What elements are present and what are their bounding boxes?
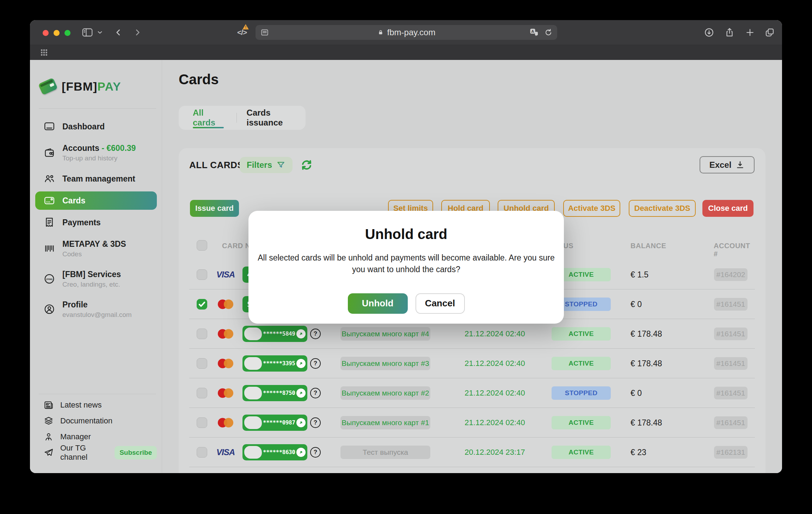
account-badge: #161451 (714, 387, 748, 399)
card-number: ******3395 (263, 360, 295, 367)
row-checkbox[interactable] (197, 269, 207, 280)
status-badge: ACTIVE (552, 357, 611, 370)
card-number-pill[interactable]: ******3395 (242, 355, 307, 372)
account-badge: #161451 (714, 328, 748, 340)
open-card-icon[interactable] (296, 329, 306, 338)
reload-icon[interactable] (544, 28, 553, 39)
card-number-pill[interactable]: ******8630 (242, 444, 307, 460)
open-card-icon[interactable] (296, 448, 306, 457)
help-icon[interactable]: ? (310, 329, 321, 339)
forward-icon[interactable] (133, 28, 142, 37)
deactivate-3ds-button[interactable]: Deactivate 3DS (629, 200, 696, 217)
header-balance: BALANCE (630, 242, 666, 250)
account-badge: #161451 (714, 357, 748, 370)
filters-button[interactable]: Filters (240, 157, 293, 173)
status-badge: STOPPED (552, 386, 611, 400)
masked-bin (244, 357, 262, 370)
page-preview-icon[interactable] (260, 28, 269, 39)
card-name: Выпускаем много карт #2 (340, 386, 430, 400)
created-date: 20.12.2024 23:17 (460, 448, 530, 457)
row-checkbox[interactable] (197, 358, 207, 369)
fbm-pay-logo[interactable]: [FBM]PAY (40, 76, 121, 97)
svg-text:A: A (531, 29, 534, 33)
sidebar-item-cards[interactable]: Cards (35, 191, 157, 210)
close-window-button[interactable] (43, 30, 49, 36)
table-row: ******8750?Выпускаем много карт #221.12.… (189, 378, 755, 408)
unhold-confirm-button[interactable]: Unhold (348, 293, 408, 314)
sidebar-item-manager[interactable]: Manager (35, 429, 157, 445)
table-row: ******0987?Выпускаем много карт #121.12.… (189, 408, 755, 437)
mastercard-logo (218, 388, 233, 398)
translate-icon[interactable]: A (529, 27, 539, 39)
chevron-down-icon[interactable] (98, 31, 102, 34)
excel-export-button[interactable]: Excel (700, 156, 755, 173)
sidebar-item-fbm-services[interactable]: [FBM][FBM] ServicesCreo, landings, etc. (35, 264, 157, 294)
row-checkbox[interactable] (197, 417, 207, 428)
sidebar-item-profile[interactable]: Profileevanstulov@gmail.com (35, 294, 157, 324)
sidebar-item-dashboard[interactable]: Dashboard (35, 116, 157, 137)
open-card-icon[interactable] (296, 359, 306, 368)
open-card-icon[interactable] (296, 418, 306, 427)
download-icon (736, 160, 745, 170)
sidebar: [FBM]PAY DashboardAccounts - €600.39Top-… (30, 60, 162, 473)
section-title: ALL CARDS (189, 160, 244, 171)
docs-icon (43, 416, 54, 426)
page-title: Cards (179, 72, 219, 87)
new-tab-icon[interactable] (745, 27, 755, 38)
help-icon[interactable]: ? (310, 447, 321, 458)
created-date: 21.12.2024 02:40 (460, 418, 530, 427)
mastercard-logo (218, 329, 233, 338)
card-number: ******0987 (263, 419, 295, 426)
tab-all-cards[interactable]: All cards (193, 108, 227, 128)
help-icon[interactable]: ? (310, 388, 321, 398)
row-checkbox[interactable] (197, 299, 207, 310)
subscribe-badge[interactable]: Subscribe (115, 446, 157, 459)
balance-value: € 1.5 (630, 270, 648, 279)
refresh-icon[interactable] (300, 158, 313, 172)
minimize-window-button[interactable] (54, 30, 60, 36)
card-number: ******8630 (263, 449, 295, 455)
browser-window: </> ! fbm-pay.com A (30, 20, 782, 473)
svg-text:[FBM]: [FBM] (46, 278, 53, 280)
row-checkbox[interactable] (197, 447, 207, 458)
cancel-button[interactable]: Cancel (416, 293, 465, 314)
header-account: ACCOUNT # (714, 242, 755, 258)
help-icon[interactable]: ? (310, 358, 321, 369)
sidebar-item-documentation[interactable]: Documentation (35, 413, 157, 429)
funnel-icon (276, 160, 285, 170)
url-bar[interactable]: fbm-pay.com A (256, 25, 557, 40)
sidebar-item-team-management[interactable]: Team management (35, 168, 157, 190)
masked-bin (244, 328, 262, 340)
card-number-pill[interactable]: ******8750 (242, 385, 307, 401)
tabs-overview-icon[interactable] (764, 27, 775, 38)
status-badge: ACTIVE (552, 327, 611, 341)
open-card-icon[interactable] (296, 388, 306, 398)
logo-card-icon (38, 78, 58, 95)
card-number-pill[interactable]: ******5849 (242, 326, 307, 342)
help-icon[interactable]: ? (310, 417, 321, 428)
sidebar-item-metapay-3ds[interactable]: METAPAY & 3DSCodes (35, 233, 157, 264)
sidebar-toggle-icon[interactable] (82, 28, 93, 37)
row-checkbox[interactable] (197, 329, 207, 339)
apps-grid-icon[interactable] (41, 49, 48, 57)
sidebar-item-payments[interactable]: Payments (35, 212, 157, 233)
excel-label: Excel (709, 160, 732, 170)
close-card-button[interactable]: Close card (702, 200, 753, 217)
code-icon[interactable]: </> ! (237, 28, 247, 37)
row-checkbox[interactable] (197, 388, 207, 398)
zoom-window-button[interactable] (64, 30, 70, 36)
created-date: 21.12.2024 02:40 (460, 359, 530, 368)
tab-cards-issuance[interactable]: Cards issuance (247, 108, 306, 128)
sidebar-item-accounts[interactable]: Accounts - €600.39Top-up and history (35, 137, 157, 168)
activate-3ds-button[interactable]: Activate 3DS (563, 200, 620, 217)
sidebar-item-latest-news[interactable]: Latest news (35, 397, 157, 413)
card-number-pill[interactable]: ******0987 (242, 415, 307, 431)
share-icon[interactable] (724, 27, 735, 38)
issue-card-button[interactable]: Issue card (190, 200, 239, 217)
downloads-icon[interactable] (704, 27, 714, 38)
bookmarks-bar (30, 45, 782, 60)
select-all-checkbox[interactable] (197, 240, 207, 251)
news-icon (43, 400, 54, 410)
sidebar-item-our-tg-channel[interactable]: Our TG channelSubscribe (35, 445, 157, 460)
back-icon[interactable] (114, 28, 123, 37)
